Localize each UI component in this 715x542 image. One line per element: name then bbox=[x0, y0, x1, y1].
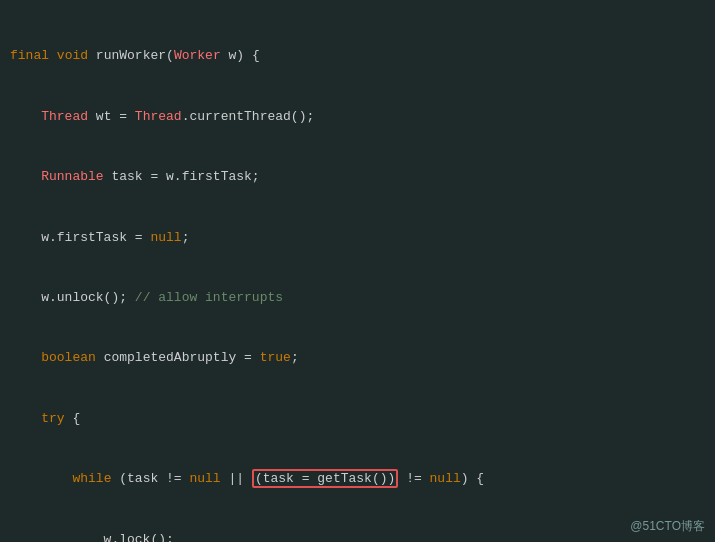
code-line-9: w.lock(); bbox=[10, 530, 705, 542]
watermark: @51CTO博客 bbox=[630, 517, 705, 536]
code-line-5: w.unlock(); // allow interrupts bbox=[10, 288, 705, 308]
code-line-1: final void runWorker(Worker w) { bbox=[10, 46, 705, 66]
code-line-4: w.firstTask = null; bbox=[10, 228, 705, 248]
code-block: final void runWorker(Worker w) { Thread … bbox=[0, 0, 715, 542]
code-line-2: Thread wt = Thread.currentThread(); bbox=[10, 107, 705, 127]
code-line-7: try { bbox=[10, 409, 705, 429]
code-line-3: Runnable task = w.firstTask; bbox=[10, 167, 705, 187]
code-line-8: while (task != null || (task = getTask()… bbox=[10, 469, 705, 489]
code-line-6: boolean completedAbruptly = true; bbox=[10, 348, 705, 368]
